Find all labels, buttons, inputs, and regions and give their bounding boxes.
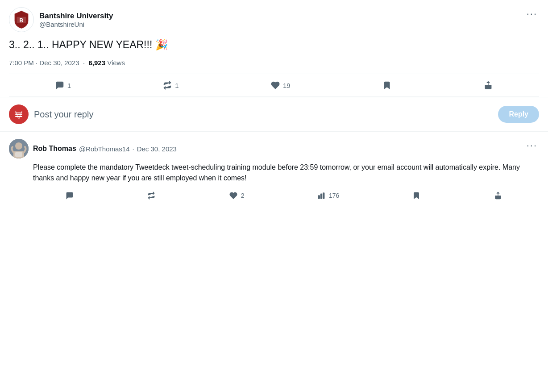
retweet-count: 1 — [175, 82, 179, 89]
comment-user-info: Rob Thomas @RobThomas14 · Dec 30, 2023 — [33, 145, 177, 153]
username[interactable]: @BantshireUni — [39, 21, 113, 28]
comment-stats: 2 176 — [29, 189, 539, 200]
stats-bar: 1 1 19 — [9, 74, 539, 97]
current-user-avatar — [9, 104, 29, 124]
tweet-views-label: Views — [107, 59, 125, 67]
tweet-meta: 7:00 PM · Dec 30, 2023 · 6,923 Views — [9, 59, 539, 67]
tweet-timestamp: 7:00 PM · Dec 30, 2023 — [9, 59, 79, 67]
comment-header-left: Rob Thomas @RobThomas14 · Dec 30, 2023 — [9, 139, 177, 158]
svg-text:B: B — [20, 17, 24, 24]
share-stat[interactable] — [483, 80, 493, 90]
user-info: Bantshire University @BantshireUni — [39, 12, 113, 28]
tweet-text: 3.. 2.. 1.. HAPPY NEW YEAR!!! 🎉 — [9, 39, 168, 50]
comment-dot-separator: · — [133, 145, 134, 153]
comment-share-icon — [493, 191, 503, 200]
comment-bookmark-icon — [411, 191, 421, 200]
reply-input[interactable]: Post your reply — [34, 109, 493, 120]
comment-more-options-button[interactable]: ··· — [525, 139, 539, 152]
comment-bookmark-stat[interactable] — [411, 191, 421, 200]
comment-retweet-icon — [146, 191, 156, 200]
tweet-container: B Bantshire University @BantshireUni ···… — [0, 0, 548, 97]
comment-views-count: 176 — [329, 192, 339, 199]
comment-header: Rob Thomas @RobThomas14 · Dec 30, 2023 ·… — [9, 139, 539, 158]
svg-rect-13 — [318, 196, 320, 199]
display-name[interactable]: Bantshire University — [39, 12, 113, 21]
tweet-header-left: B Bantshire University @BantshireUni — [9, 7, 113, 32]
comment-views-stat[interactable]: 176 — [316, 191, 339, 200]
reply-stat[interactable]: 1 — [55, 80, 71, 90]
comment-reply-icon — [65, 191, 75, 200]
comment-date: Dec 30, 2023 — [137, 145, 177, 153]
svg-rect-15 — [323, 193, 324, 199]
comment-like-stat[interactable]: 2 — [228, 191, 245, 200]
tweet-views-count: 6,923 — [88, 59, 105, 67]
like-count: 19 — [283, 82, 291, 89]
more-options-button[interactable]: ··· — [525, 7, 539, 21]
reply-count: 1 — [67, 82, 71, 89]
share-icon — [483, 80, 493, 90]
tweet-header: B Bantshire University @BantshireUni ··· — [9, 7, 539, 32]
tweet-content: 3.. 2.. 1.. HAPPY NEW YEAR!!! 🎉 — [9, 38, 539, 52]
reply-area: Post your reply Reply — [0, 97, 548, 132]
retweet-stat[interactable]: 1 — [162, 80, 179, 90]
reply-placeholder: Post your reply — [34, 109, 93, 119]
comment-like-count: 2 — [241, 192, 245, 199]
heart-icon — [270, 80, 280, 90]
comment-author-avatar[interactable] — [9, 139, 29, 158]
comment-heart-icon — [228, 191, 238, 200]
retweet-icon — [162, 80, 172, 90]
svg-rect-14 — [320, 194, 322, 199]
bookmark-stat[interactable] — [382, 80, 392, 90]
comment-username[interactable]: @RobThomas14 — [79, 145, 130, 153]
reply-button[interactable]: Reply — [498, 106, 539, 123]
comment-reply-stat[interactable] — [65, 191, 75, 200]
comment-retweet-stat[interactable] — [146, 191, 156, 200]
svg-point-10 — [15, 142, 22, 150]
comment-views-icon — [316, 191, 326, 200]
comment-container: Rob Thomas @RobThomas14 · Dec 30, 2023 ·… — [0, 132, 548, 208]
reply-icon — [55, 80, 65, 90]
bookmark-icon — [382, 80, 392, 90]
svg-rect-12 — [15, 152, 22, 157]
avatar[interactable]: B — [9, 7, 34, 32]
comment-share-stat[interactable] — [493, 191, 503, 200]
like-stat[interactable]: 19 — [270, 80, 291, 90]
comment-display-name[interactable]: Rob Thomas — [33, 145, 76, 153]
comment-text: Please complete the mandatory Tweetdeck … — [33, 162, 539, 183]
